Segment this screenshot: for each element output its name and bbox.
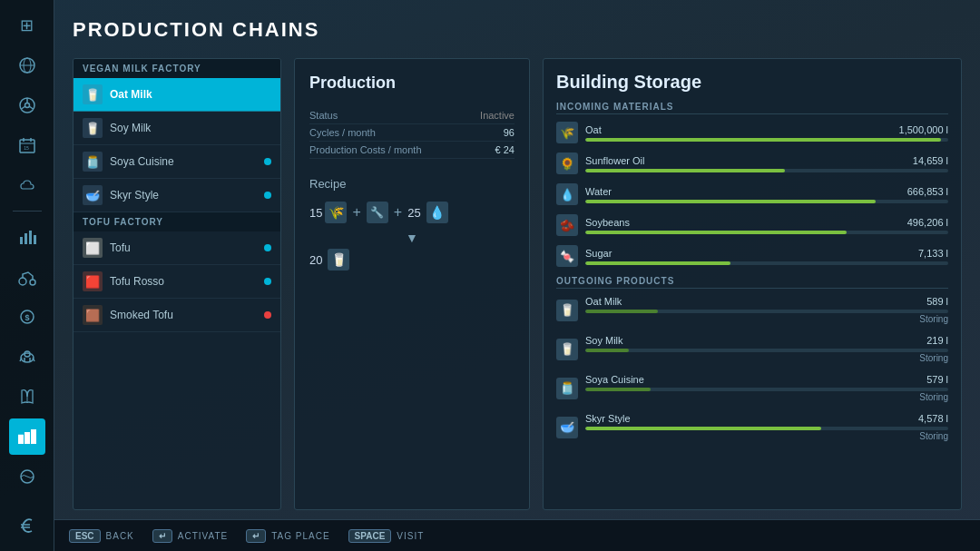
storage-panel: Building Storage INCOMING MATERIALS 🌾 Oa… [543, 58, 962, 510]
outgoing-soya-cuisine: 🫙 Soya Cuisine 579 l Storing [556, 374, 948, 402]
smoked-tofu-icon: 🟫 [83, 305, 103, 325]
sunflower-oil-bar-fill [585, 169, 785, 172]
outgoing-soy-milk: 🥛 Soy Milk 219 l Storing [556, 335, 948, 363]
soybeans-icon: 🫘 [556, 214, 578, 236]
soya-cuisine-dot [264, 158, 271, 165]
chain-item-tofu[interactable]: ⬜ Tofu [74, 231, 280, 265]
sidebar-icon-globe[interactable] [9, 47, 45, 84]
sidebar-icon-production[interactable] [9, 418, 45, 455]
soy-milk-label: Soy Milk [110, 122, 271, 134]
outgoing-skyr-style: 🥣 Skyr Style 4,578 l Storing [556, 413, 948, 441]
output-amount: 20 [309, 253, 322, 267]
tofu-dot [264, 244, 271, 251]
ingredient-grain-icon: 🌾 [325, 202, 347, 223]
recipe-arrow: ▼ [309, 231, 514, 245]
chain-item-smoked-tofu[interactable]: 🟫 Smoked Tofu [74, 299, 280, 332]
tofu-icon: ⬜ [83, 238, 103, 258]
outgoing-skyr-style-icon: 🥣 [556, 417, 578, 438]
outgoing-skyr-style-bar-fill [585, 427, 821, 430]
sugar-bar-bg [585, 261, 948, 265]
chain-item-skyr-style[interactable]: 🥣 Skyr Style [74, 179, 280, 212]
oat-bar-fill [585, 138, 941, 142]
recipe-ingredients-row: 15 🌾 + 🔧 + 25 💧 [309, 202, 514, 223]
sidebar-icon-calendar[interactable]: 15 [9, 127, 45, 163]
tag-place-key[interactable]: ↵ [246, 529, 266, 543]
oat-name: Oat [585, 124, 602, 135]
sidebar-icon-euro[interactable] [9, 507, 45, 544]
outgoing-soy-milk-name: Soy Milk [585, 335, 623, 346]
svg-point-21 [21, 353, 34, 362]
costs-value: € 24 [495, 144, 514, 155]
sidebar-icon-stats[interactable] [9, 219, 45, 255]
factory-group-tofu: TOFU FACTORY [74, 212, 280, 231]
outgoing-soy-milk-bar-bg [585, 349, 948, 352]
sidebar-icon-book[interactable] [9, 379, 45, 415]
sidebar-icon-map[interactable]: ⊞ [9, 7, 45, 44]
skyr-style-label: Skyr Style [110, 189, 257, 202]
ingredient-water-icon: 💧 [426, 202, 448, 223]
outgoing-oat-milk-bar-fill [585, 310, 658, 313]
outgoing-oat-milk-info: Oat Milk 589 l Storing [585, 296, 948, 324]
svg-line-7 [29, 106, 34, 109]
factory-group-vegan: VEGAN MILK FACTORY [74, 59, 280, 78]
activate-key[interactable]: ↵ [152, 529, 172, 543]
chain-item-oat-milk[interactable]: 🥛 Oat Milk [74, 78, 280, 112]
status-row: Status Inactive [309, 107, 514, 124]
skyr-style-dot [264, 192, 271, 199]
visit-key[interactable]: SPACE [348, 529, 392, 543]
svg-point-18 [30, 280, 35, 285]
outgoing-skyr-style-value: 4,578 l [918, 413, 948, 424]
cycles-label: Cycles / month [309, 127, 376, 138]
chain-item-soy-milk[interactable]: 🥛 Soy Milk [74, 112, 280, 145]
oat-icon: 🌾 [556, 122, 578, 143]
content-row: VEGAN MILK FACTORY 🥛 Oat Milk 🥛 Soy Milk… [73, 58, 962, 510]
sunflower-oil-name-row: Sunflower Oil 14,659 l [585, 155, 948, 166]
esc-label: BACK [106, 531, 134, 541]
outgoing-soy-milk-status: Storing [585, 353, 948, 363]
svg-line-6 [21, 106, 25, 109]
chain-item-soya-cuisine[interactable]: 🫙 Soya Cuisine [74, 145, 280, 179]
sidebar-icon-animal[interactable] [9, 339, 45, 375]
hotkey-activate: ↵ ACTIVATE [152, 529, 228, 543]
esc-key[interactable]: ESC [69, 529, 101, 543]
oat-value: 1,500,000 l [899, 124, 948, 135]
water-value: 666,853 l [907, 186, 948, 197]
oat-milk-icon: 🥛 [83, 84, 103, 104]
recipe-label: Recipe [309, 177, 514, 191]
soy-milk-icon: 🥛 [83, 118, 103, 138]
water-icon: 💧 [556, 183, 578, 205]
outgoing-soya-cuisine-name-row: Soya Cuisine 579 l [585, 374, 948, 385]
sunflower-oil-value: 14,659 l [913, 155, 948, 166]
activate-label: ACTIVATE [178, 531, 228, 541]
costs-row: Production Costs / month € 24 [309, 142, 514, 159]
soybeans-bar-bg [585, 231, 948, 234]
svg-rect-13 [20, 237, 23, 244]
sidebar-icon-land[interactable] [9, 458, 45, 495]
water-info: Water 666,853 l [585, 186, 948, 203]
oat-info: Oat 1,500,000 l [585, 124, 948, 142]
plus-sign: + [352, 204, 360, 221]
storage-item-sunflower-oil: 🌻 Sunflower Oil 14,659 l [556, 153, 948, 174]
outgoing-soy-milk-row: 🥛 Soy Milk 219 l Storing [556, 335, 948, 363]
sidebar-icon-coins[interactable]: $ [9, 299, 45, 335]
sunflower-oil-info: Sunflower Oil 14,659 l [585, 155, 948, 172]
svg-text:$: $ [24, 313, 29, 322]
chain-item-tofu-rosso[interactable]: 🟥 Tofu Rosso [74, 265, 280, 299]
sidebar-icon-steering[interactable] [9, 87, 45, 123]
svg-point-4 [24, 103, 29, 108]
cycles-value: 96 [504, 127, 514, 138]
ingredient-water-small: 🔧 [367, 202, 388, 223]
tofu-rosso-dot [264, 278, 271, 285]
main-content: PRODUCTION CHAINS VEGAN MILK FACTORY 🥛 O… [54, 0, 980, 519]
svg-rect-15 [29, 231, 32, 244]
sidebar-icon-weather[interactable] [9, 167, 45, 203]
sidebar-icon-tractor[interactable] [9, 259, 45, 295]
production-title: Production [309, 74, 514, 93]
svg-rect-25 [24, 432, 30, 444]
soybeans-value: 496,206 l [907, 217, 948, 228]
sunflower-oil-icon: 🌻 [556, 153, 578, 174]
outgoing-soya-cuisine-name: Soya Cuisine [585, 374, 644, 385]
soya-cuisine-icon: 🫙 [83, 152, 103, 172]
storage-item-soybeans: 🫘 Soybeans 496,206 l [556, 214, 948, 236]
skyr-style-icon: 🥣 [83, 185, 103, 205]
